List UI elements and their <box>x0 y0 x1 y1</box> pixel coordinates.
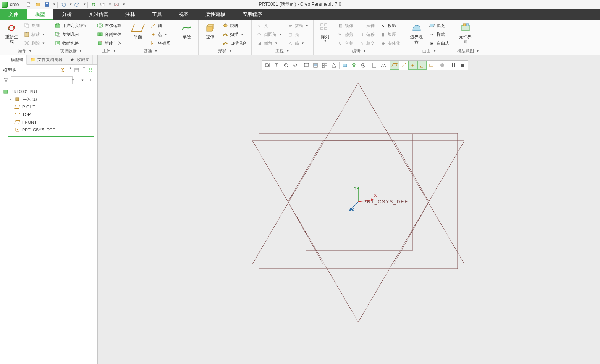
menu-analysis[interactable]: 分析 <box>53 9 80 20</box>
sketch-button[interactable]: 草绘 <box>178 21 195 54</box>
tree-search-input[interactable] <box>11 76 73 84</box>
round-button[interactable]: ◠倒圆角▼ <box>255 30 283 39</box>
tree-view-options-button[interactable] <box>87 66 94 74</box>
fill-button[interactable]: 填充 <box>427 21 451 30</box>
svg-rect-32 <box>466 24 469 26</box>
ribbon-group-sketch: 草绘 <box>175 20 199 55</box>
qat-customize-icon[interactable]: ▼ <box>122 3 125 6</box>
boolean-button[interactable]: 布尔运算 <box>95 21 123 30</box>
tree-plane-top[interactable]: TOP <box>8 111 97 118</box>
menu-flex-modeling[interactable]: 柔性建模 <box>197 9 234 20</box>
mirror-button[interactable]: ◧镜像 <box>336 21 355 30</box>
thicken-button[interactable]: ▮加厚 <box>378 30 402 39</box>
svg-rect-38 <box>91 71 92 72</box>
close-window-button[interactable] <box>112 0 121 9</box>
tree-add-button[interactable]: + <box>87 76 94 84</box>
new-body-button[interactable]: 新建主体 <box>95 39 123 47</box>
svg-rect-40 <box>16 98 19 101</box>
svg-rect-9 <box>26 32 27 33</box>
tree-plane-front[interactable]: FRONT <box>8 118 97 126</box>
sweep-button[interactable]: 扫描▼ <box>221 30 248 39</box>
save-dropdown-icon[interactable]: ▼ <box>53 3 56 6</box>
plane-button[interactable]: 平面 <box>129 21 146 48</box>
model-tree: PRT0001.PRT ▸ 主体 (1) RIGHT TOP FRONT PRT… <box>0 86 97 138</box>
offset-button[interactable]: ⇉偏移 <box>357 30 376 39</box>
menu-realtime-sim[interactable]: 实时仿真 <box>80 9 117 20</box>
axis-button[interactable]: 轴 <box>149 21 172 30</box>
redo-button[interactable] <box>73 0 81 9</box>
regenerate-label: 重新生 成 <box>5 34 18 44</box>
windows-button[interactable] <box>99 0 107 9</box>
tree-search-dropdown[interactable]: ▼ <box>78 76 86 84</box>
tree-plane-right[interactable]: RIGHT <box>8 103 97 111</box>
menu-annotation[interactable]: 注释 <box>117 9 144 20</box>
menu-view[interactable]: 视图 <box>170 9 197 20</box>
svg-rect-4 <box>102 4 105 6</box>
project-button[interactable]: ↘投影 <box>378 21 402 30</box>
style-button[interactable]: 〰样式 <box>427 30 451 39</box>
group-surface-label: 曲面 <box>422 48 431 54</box>
extrude-button[interactable]: 拉伸 <box>202 21 218 48</box>
undo-button[interactable] <box>59 0 68 9</box>
trim-button[interactable]: ✂修剪 <box>336 30 355 39</box>
menu-tools[interactable]: 工具 <box>144 9 170 20</box>
boundary-blend-button[interactable]: 边界混 合 <box>408 21 425 48</box>
graphics-canvas[interactable]: A <box>98 55 600 364</box>
sweep-blend-button[interactable]: 扫描混合 <box>221 39 248 47</box>
tab-favorites[interactable]: ★收藏夹 <box>66 55 93 64</box>
svg-rect-19 <box>100 33 102 36</box>
redo-dropdown-icon[interactable]: ▼ <box>83 3 86 6</box>
revolve-button[interactable]: 旋转 <box>221 21 248 30</box>
svg-line-21 <box>151 24 155 27</box>
shrinkwrap-button[interactable]: 收缩包络 <box>53 39 89 47</box>
tree-body[interactable]: ▸ 主体 (1) <box>8 95 97 103</box>
delete-button[interactable]: 删除▼ <box>22 39 47 47</box>
filter-icon[interactable] <box>3 77 9 83</box>
udf-button[interactable]: 用户定义特征 <box>53 21 89 30</box>
paste-button[interactable]: 粘贴▼ <box>22 30 47 39</box>
extend-button[interactable]: →延伸 <box>357 21 376 30</box>
hole-button[interactable]: ○孔 <box>255 21 283 30</box>
group-datum-label: 基准 <box>144 48 152 54</box>
ribbon-group-operations: 重新生 成 复制 粘贴▼ 删除▼ 操作▼ <box>0 20 50 55</box>
csys-button[interactable]: 坐标系 <box>149 39 172 47</box>
menu-applications[interactable]: 应用程序 <box>234 9 270 20</box>
shell-button[interactable]: ▢壳 <box>286 30 310 39</box>
svg-rect-8 <box>25 32 29 37</box>
save-button[interactable] <box>43 0 51 9</box>
intersect-button[interactable]: ∩相交 <box>357 39 376 47</box>
windows-dropdown-icon[interactable]: ▼ <box>108 3 112 6</box>
tree-settings-button[interactable] <box>59 66 67 74</box>
menu-model[interactable]: 模型 <box>27 9 53 20</box>
rib-button[interactable]: △筋▼ <box>286 39 310 47</box>
split-body-button[interactable]: 分割主体 <box>95 30 123 39</box>
group-operations-label: 操作 <box>18 48 26 54</box>
svg-rect-26 <box>321 24 323 26</box>
freestyle-button[interactable]: ◉自由式 <box>427 39 451 47</box>
tree-show-button[interactable] <box>73 66 81 74</box>
undo-dropdown-icon[interactable]: ▼ <box>69 3 72 6</box>
svg-rect-7 <box>26 24 29 28</box>
point-button[interactable]: 点▼ <box>149 30 172 39</box>
copy-button[interactable]: 复制 <box>22 21 47 30</box>
pattern-button[interactable]: 阵列 ▼ <box>317 21 333 48</box>
menu-file[interactable]: 文件 <box>0 9 27 20</box>
component-interface-button[interactable]: 元件界 面 <box>457 21 474 48</box>
copygeom-button[interactable]: 复制几何 <box>53 30 89 39</box>
model-tree-title: 模型树 <box>3 67 17 74</box>
solidify-button[interactable]: ◆实体化 <box>378 39 402 47</box>
tree-root[interactable]: PRT0001.PRT <box>3 88 97 95</box>
regen-qat-button[interactable] <box>89 0 98 9</box>
svg-rect-29 <box>325 27 327 30</box>
tab-folder-browser[interactable]: 📁文件夹浏览器 <box>27 55 66 64</box>
draft-button[interactable]: ▱拔模▼ <box>286 21 310 30</box>
new-button[interactable] <box>24 0 33 9</box>
chamfer-button[interactable]: ◢倒角▼ <box>255 39 283 47</box>
tab-model-tree[interactable]: ☷模型树 <box>0 55 27 65</box>
tree-csys[interactable]: PRT_CSYS_DEF <box>8 126 97 134</box>
merge-button[interactable]: ∪合并 <box>336 39 355 47</box>
clear-search-icon[interactable]: × <box>70 77 76 83</box>
open-button[interactable] <box>34 0 42 9</box>
window-title: PRT0001 (活动的) - Creo Parametric 7.0 <box>259 1 341 8</box>
regenerate-button[interactable]: 重新生 成 <box>3 21 20 48</box>
